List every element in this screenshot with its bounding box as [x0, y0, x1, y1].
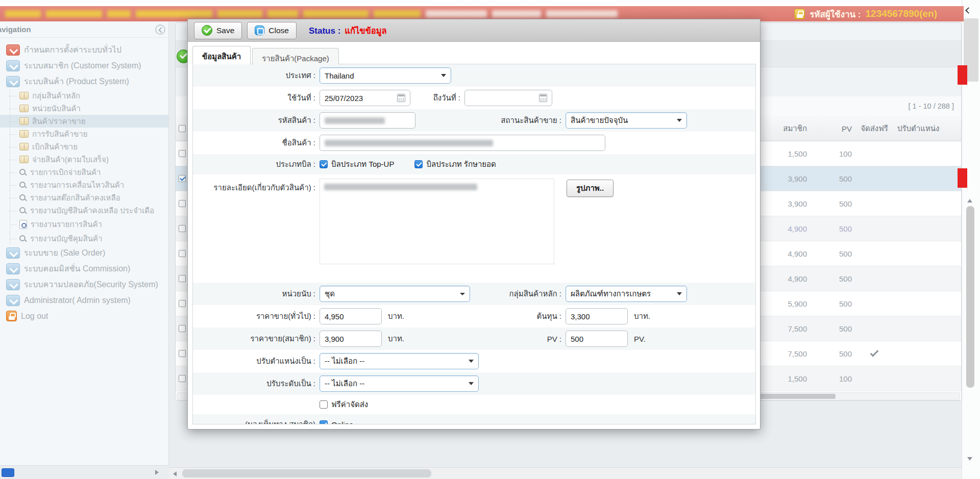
- bottom-left-app-icon[interactable]: [2, 468, 14, 477]
- chevron-box-icon: [6, 44, 20, 56]
- form-row-adjust-position: ปรับตำแหน่งเป็น : -- ไม่เลือก --: [193, 350, 755, 372]
- row-checkbox[interactable]: [179, 325, 186, 332]
- calendar-icon[interactable]: [539, 94, 547, 102]
- topbar-redacted-title: [5, 10, 618, 17]
- row-checkbox[interactable]: [179, 225, 186, 232]
- sidebar-collapse-button[interactable]: [155, 24, 165, 35]
- row-checkbox[interactable]: [179, 200, 186, 207]
- search-icon: [19, 169, 27, 176]
- product-status-select[interactable]: สินค้าขายปัจจุบัน: [566, 112, 687, 129]
- scroll-down-arrow-icon[interactable]: [967, 457, 972, 461]
- sidebar-item-inventory-control-report[interactable]: รายงานบัญชีคุมสินค้า: [0, 232, 168, 245]
- redacted-value: [325, 140, 493, 146]
- collapse-right-panel-icon[interactable]: [965, 7, 972, 14]
- row-checkbox[interactable]: [179, 350, 186, 357]
- sidebar-item-pay-product[interactable]: จ่ายสินค้า(ตามใบเสร็จ): [0, 153, 168, 166]
- sidebar-item-stock-report[interactable]: รายงานสต๊อกสินค้าคงเหลือ: [0, 191, 168, 204]
- adjust-level-label: ปรับระดับเป็น :: [193, 377, 320, 390]
- calendar-icon[interactable]: [397, 94, 405, 102]
- chevron-box-icon: [6, 279, 20, 290]
- redacted-value: [324, 184, 477, 190]
- country-select[interactable]: Thailand: [320, 67, 451, 84]
- row-checkbox[interactable]: [179, 175, 186, 182]
- cost-input[interactable]: 3,300: [566, 308, 628, 324]
- table-scrollbar-thumb[interactable]: [966, 206, 974, 388]
- column-header-pv[interactable]: PV: [811, 116, 852, 141]
- pv-group: PV : 500 PV.: [438, 327, 646, 350]
- page-horizontal-scrollbar-thumb[interactable]: [182, 469, 431, 477]
- product-status-label: สถานะสินค้าขาย :: [438, 114, 566, 127]
- select-all-checkbox[interactable]: [179, 125, 186, 132]
- sidebar-expand-arrow-icon[interactable]: [155, 470, 159, 475]
- sidebar-item-receive-product[interactable]: การรับสินค้าขาย: [0, 128, 168, 140]
- sidebar-item-sale-order[interactable]: ระบบขาย (Sale Order): [0, 245, 168, 261]
- price-member-input[interactable]: 3,900: [320, 331, 382, 347]
- baht-suffix: บาท.: [634, 310, 650, 322]
- save-button[interactable]: Save: [194, 22, 242, 39]
- sidebar-item-product-unit[interactable]: หน่วยนับสินค้า: [0, 102, 168, 115]
- row-checkbox[interactable]: [179, 375, 186, 382]
- scroll-up-arrow-icon[interactable]: [967, 199, 972, 203]
- column-header-adjust-position[interactable]: ปรับตำแหน่ง: [897, 116, 959, 141]
- row-checkbox[interactable]: [179, 275, 186, 282]
- user-id-label: รหัสผู้ใช้งาน :: [810, 7, 861, 21]
- adjust-position-select[interactable]: -- ไม่เลือก --: [320, 353, 479, 369]
- start-date-input[interactable]: 25/07/2023: [320, 90, 410, 106]
- sidebar-item-product-list-report[interactable]: รายงานรายการสินค้า: [0, 217, 168, 232]
- sidebar-item-product-group[interactable]: กลุ่มสินค้าหลัก: [0, 89, 168, 102]
- free-shipping-checkbox[interactable]: [320, 400, 328, 409]
- sidebar-item-product-system[interactable]: ระบบสินค้า (Product System): [0, 73, 168, 89]
- sidebar-item-admin-system[interactable]: Administrator( Admin system): [0, 292, 168, 308]
- main-group-select[interactable]: ผลิตภัณฑ์ทางการเกษตร: [566, 286, 687, 302]
- online-checkbox[interactable]: [320, 420, 328, 424]
- document-search-icon: [19, 220, 27, 229]
- sidebar-item-commission[interactable]: ระบบคอมมิสชั่น Commission): [0, 261, 168, 276]
- page-horizontal-scrollbar[interactable]: [169, 467, 962, 479]
- chevron-down-icon: [469, 360, 474, 363]
- sidebar-title: Navigation: [0, 25, 31, 34]
- end-date-input[interactable]: [464, 90, 552, 106]
- column-header-member[interactable]: สมาชิก: [766, 116, 807, 141]
- country-label: ประเทศ :: [193, 69, 320, 82]
- page-top-strip: [0, 0, 980, 6]
- app-screen: รหัสผู้ใช้งาน : 1234567890(en) Navigatio…: [0, 0, 980, 479]
- image-button[interactable]: รูปภาพ..: [567, 180, 614, 197]
- sidebar-item-general-settings[interactable]: กำหนดการตั้งค่าระบบทั่วไป: [0, 42, 168, 58]
- sidebar-item-monthly-stock-report[interactable]: รายงานบัญชีสินค้าคงเหลือ ประจำเดือ: [0, 204, 168, 217]
- sidebar-item-withdraw-product[interactable]: เบิกสินค้าขาย: [0, 140, 168, 153]
- chevron-box-icon: [6, 247, 20, 259]
- sidebar-item-security-system[interactable]: ระบบความปลอดภัย(Security System): [0, 276, 168, 292]
- tab-package-list[interactable]: รายสินค้า(Package): [252, 48, 339, 64]
- row-checkbox[interactable]: [179, 150, 186, 157]
- close-button[interactable]: Close: [247, 22, 297, 39]
- red-marker: [958, 168, 967, 188]
- bill-type-topup-checkbox[interactable]: [320, 160, 328, 168]
- tab-product-info[interactable]: ข้อมูลสินค้า: [192, 46, 251, 64]
- form-row-online: (มองเห็นทาง สมาชิก) Online: [193, 414, 755, 424]
- price-general-input[interactable]: 4,950: [320, 308, 382, 324]
- column-header-free-shipping[interactable]: จัดส่งฟรี: [854, 116, 895, 141]
- pv-input[interactable]: 500: [566, 331, 628, 347]
- product-code-input[interactable]: [320, 112, 415, 129]
- detail-textarea[interactable]: [320, 179, 554, 264]
- bill-type-maintain-checkbox[interactable]: [414, 160, 423, 168]
- form-row-code-status: รหัสสินค้า : สถานะสินค้าขาย : สินค้าขายป…: [193, 109, 755, 132]
- sidebar-item-withdraw-list[interactable]: รายการเบิกจ่ายสินค้า: [0, 166, 168, 179]
- cost-group: ต้นทุน : 3,300 บาท.: [438, 305, 650, 327]
- scroll-left-arrow-icon[interactable]: [173, 471, 177, 476]
- row-checkbox[interactable]: [179, 300, 186, 307]
- sidebar-item-movement-report[interactable]: รายงานการเคลื่อนไหวสินค้า: [0, 179, 168, 191]
- product-name-input[interactable]: [320, 135, 605, 151]
- user-session-info: รหัสผู้ใช้งาน : 1234567890(en): [794, 6, 937, 21]
- lock-icon: [794, 9, 805, 19]
- bill-type-label: ประเภทบิล :: [193, 158, 320, 170]
- chevron-box-icon: [6, 60, 20, 71]
- sidebar-footer-bar: [0, 465, 169, 479]
- sidebar-item-customer-system[interactable]: ระบบสมาชิก (Customer System): [0, 58, 168, 73]
- adjust-level-select[interactable]: -- ไม่เลือก --: [320, 375, 479, 392]
- sidebar-item-logout[interactable]: Log out: [0, 308, 168, 324]
- product-status-group: สถานะสินค้าขาย : สินค้าขายปัจจุบัน: [438, 109, 687, 132]
- row-checkbox[interactable]: [179, 250, 186, 257]
- search-icon: [19, 207, 27, 214]
- sidebar-item-product-price[interactable]: สินค้า/ราคาขาย: [0, 115, 168, 128]
